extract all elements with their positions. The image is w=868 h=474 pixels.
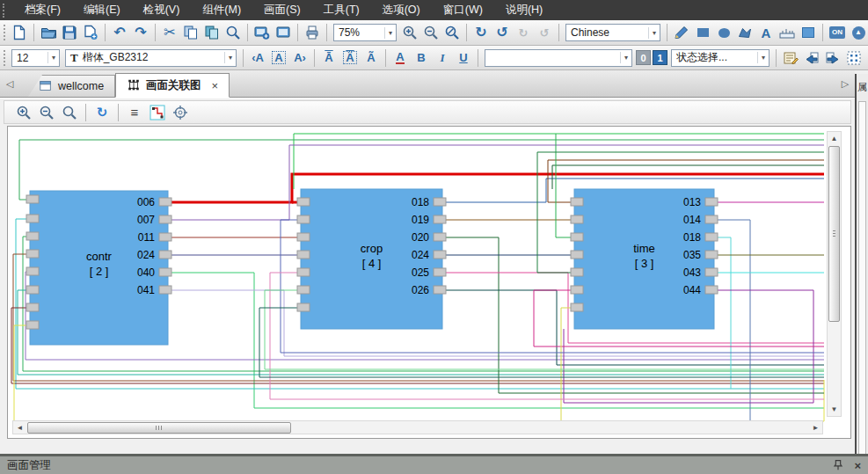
hspacing-increase-button[interactable]: A› — [289, 47, 310, 69]
toolbar-grip[interactable] — [4, 50, 5, 66]
zoom-level-combobox[interactable]: 75% ▾ — [333, 24, 397, 41]
menubar-grip[interactable] — [3, 4, 8, 18]
input-pin[interactable] — [26, 321, 39, 329]
zoom-reset-button[interactable] — [441, 22, 463, 43]
output-pin[interactable] — [705, 215, 718, 223]
tab-close-button[interactable]: × — [212, 79, 219, 92]
node-link-view-button[interactable] — [147, 102, 168, 123]
pump-component-button[interactable]: ▲ — [848, 22, 868, 43]
panel-close-button[interactable]: × — [854, 459, 861, 472]
output-pin[interactable] — [434, 215, 446, 223]
output-pin[interactable] — [434, 268, 446, 276]
underline-button[interactable]: U — [453, 47, 474, 69]
valign-middle-button[interactable]: Ä — [339, 47, 361, 69]
output-pin[interactable] — [159, 268, 171, 276]
output-pin[interactable] — [705, 268, 718, 276]
print-button[interactable] — [302, 22, 323, 43]
language-combobox[interactable]: Chinese ▾ — [565, 24, 660, 41]
output-pin[interactable] — [434, 233, 446, 241]
hspacing-decrease-button[interactable]: ‹A — [247, 47, 268, 69]
output-pin[interactable] — [434, 286, 446, 294]
output-pin[interactable] — [434, 198, 446, 206]
table-tool-button[interactable] — [798, 22, 819, 43]
output-pin[interactable] — [159, 215, 171, 223]
menu-window[interactable]: 窗口(W) — [432, 0, 494, 20]
open-file-button[interactable] — [38, 22, 59, 43]
horizontal-scrollbar[interactable]: ◄ ► — [12, 420, 823, 434]
new-file-button[interactable] — [9, 22, 30, 43]
pin-icon[interactable] — [831, 458, 845, 472]
input-pin[interactable] — [297, 233, 310, 241]
input-pin[interactable] — [297, 268, 310, 276]
input-pin[interactable] — [571, 251, 583, 259]
tab-relationship-map[interactable]: 画面关联图 × — [115, 73, 230, 98]
input-pin[interactable] — [297, 198, 310, 206]
diagram-zoom-in-button[interactable] — [13, 102, 34, 123]
text-content-combobox[interactable]: ▾ — [485, 49, 632, 67]
output-pin[interactable] — [159, 198, 171, 206]
vertical-scroll-thumb[interactable] — [828, 146, 840, 322]
cut-button[interactable]: ✂ — [159, 22, 180, 43]
output-pin[interactable] — [159, 286, 171, 294]
valign-bottom-button[interactable]: Ã — [361, 47, 382, 69]
tab-wellcome[interactable]: wellcome — [28, 75, 115, 97]
text-tool-button[interactable]: A — [755, 22, 777, 43]
open-screen-button[interactable] — [273, 22, 294, 43]
toolbar-grip[interactable] — [4, 25, 5, 40]
input-pin[interactable] — [571, 215, 583, 223]
layout-lines-button[interactable]: ≡ — [124, 102, 145, 123]
rotate-cw-disabled-button[interactable]: ↻ — [513, 22, 534, 43]
new-screen-button[interactable] — [252, 22, 273, 43]
font-size-combobox[interactable]: 12 ▾ — [11, 49, 60, 67]
menu-help[interactable]: 说明(H) — [494, 0, 554, 20]
rotate-ccw-button[interactable]: ↺ — [492, 22, 513, 43]
output-pin[interactable] — [705, 286, 718, 294]
menu-options[interactable]: 选项(O) — [371, 0, 432, 20]
input-pin[interactable] — [26, 250, 39, 258]
italic-button[interactable]: I — [432, 47, 453, 69]
scroll-up-button[interactable]: ▲ — [828, 132, 841, 145]
input-pin[interactable] — [571, 198, 583, 206]
input-pin[interactable] — [26, 195, 39, 203]
state-selector-combobox[interactable]: 状态选择... ▾ — [671, 49, 770, 67]
scale-tool-button[interactable] — [777, 22, 798, 43]
copy-button[interactable] — [180, 22, 201, 43]
diagram-zoom-button[interactable] — [59, 102, 80, 123]
input-pin[interactable] — [26, 232, 39, 240]
line-tool-button[interactable] — [671, 22, 692, 43]
grid-snap-button[interactable] — [843, 47, 864, 69]
input-pin[interactable] — [26, 215, 39, 222]
menu-file[interactable]: 档案(F) — [13, 0, 72, 20]
menu-edit[interactable]: 编辑(E) — [72, 0, 132, 20]
properties-button[interactable] — [780, 47, 801, 69]
save-button[interactable] — [59, 22, 80, 43]
diagram-zoom-out-button[interactable] — [36, 102, 57, 123]
undo-button[interactable]: ↶ — [109, 22, 130, 43]
previous-state-button[interactable] — [801, 47, 822, 69]
input-pin[interactable] — [297, 303, 310, 311]
center-target-button[interactable] — [170, 102, 191, 123]
menu-component[interactable]: 组件(M) — [191, 0, 252, 20]
menu-view[interactable]: 检视(V) — [132, 0, 192, 20]
save-as-button[interactable] — [80, 22, 101, 43]
input-pin[interactable] — [26, 286, 39, 294]
input-pin[interactable] — [571, 268, 583, 276]
state-1-button[interactable]: 1 — [653, 50, 667, 65]
valign-top-button[interactable]: Ā — [318, 47, 339, 69]
scroll-left-button[interactable]: ◄ — [13, 421, 26, 434]
right-dock-strip[interactable]: 属 — [855, 74, 868, 456]
zoom-in-button[interactable] — [399, 22, 420, 43]
scroll-right-button[interactable]: ► — [809, 421, 822, 434]
font-color-button[interactable]: A — [390, 47, 411, 69]
paste-button[interactable] — [201, 22, 222, 43]
rotate-ccw-disabled-button[interactable]: ↺ — [534, 22, 555, 43]
bit-lamp-button[interactable]: ON — [827, 22, 848, 43]
font-family-combobox[interactable]: T 楷体_GB2312 ▾ — [65, 49, 237, 67]
tab-scroll-left-button[interactable]: ◁ — [4, 78, 16, 90]
menu-tools[interactable]: 工具(T) — [312, 0, 371, 20]
input-pin[interactable] — [26, 303, 39, 311]
input-pin[interactable] — [571, 286, 583, 294]
input-pin[interactable] — [571, 303, 583, 311]
output-pin[interactable] — [159, 233, 171, 241]
output-pin[interactable] — [705, 198, 718, 206]
